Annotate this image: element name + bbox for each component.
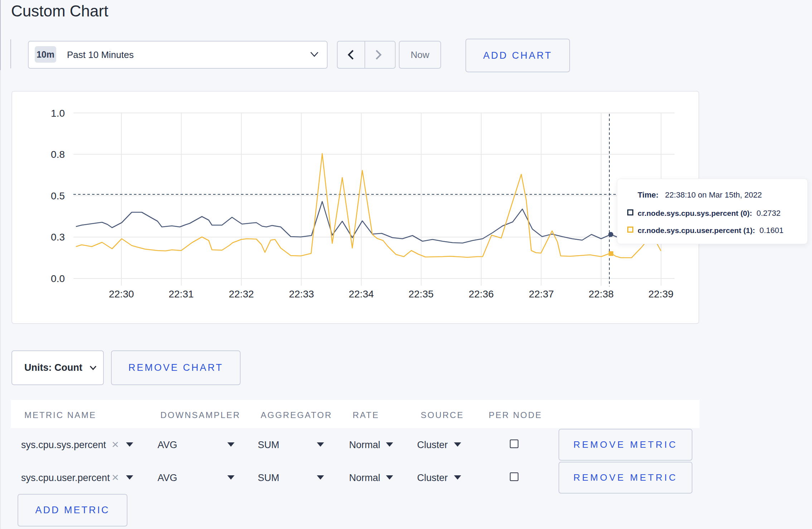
svg-text:22:37: 22:37 — [529, 288, 554, 300]
svg-text:0.0: 0.0 — [51, 273, 65, 284]
svg-text:22:30: 22:30 — [109, 288, 134, 300]
svg-text:22:35: 22:35 — [409, 288, 434, 300]
svg-text:22:38: 22:38 — [589, 288, 614, 300]
svg-text:22:39: 22:39 — [648, 288, 673, 300]
svg-text:22:36: 22:36 — [469, 288, 494, 300]
svg-text:22:33: 22:33 — [289, 288, 314, 300]
svg-text:0.3: 0.3 — [51, 232, 65, 243]
svg-text:22:34: 22:34 — [349, 288, 374, 300]
svg-text:1.0: 1.0 — [51, 108, 65, 119]
svg-text:22:31: 22:31 — [169, 288, 194, 300]
svg-text:22:32: 22:32 — [229, 288, 254, 300]
svg-text:0.5: 0.5 — [51, 190, 65, 202]
svg-text:0.8: 0.8 — [51, 149, 65, 160]
